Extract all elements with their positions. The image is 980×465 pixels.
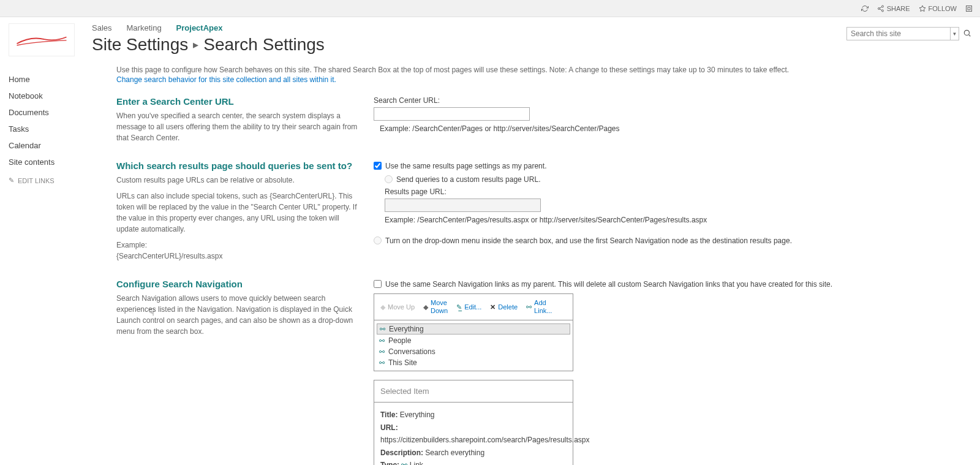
move-down-button[interactable]: ◆Move Down bbox=[420, 297, 451, 317]
sel-type-label: Type: bbox=[380, 461, 399, 465]
section3-desc: Search Navigation allows users to move q… bbox=[116, 293, 361, 337]
svg-line-4 bbox=[880, 7, 882, 8]
nav-editor: ◆Move Up ◆Move Down ✎̲Edit... ✕Delete ⚯A… bbox=[374, 293, 573, 371]
close-icon: ✕ bbox=[490, 303, 496, 311]
section2-desc1: Custom results page URLs can be relative… bbox=[116, 175, 361, 186]
link-icon: ⚯ bbox=[379, 359, 385, 367]
page-heading: Search Settings bbox=[203, 35, 325, 55]
share-button[interactable]: SHARE bbox=[877, 5, 910, 12]
site-search-box: ▼ bbox=[846, 27, 971, 40]
nav-item-conversations[interactable]: ⚯Conversations bbox=[374, 346, 573, 357]
arrow-up-icon: ◆ bbox=[380, 303, 385, 311]
top-nav: Sales Marketing ProjectApex bbox=[92, 23, 971, 32]
add-link-button[interactable]: ⚯Add Link... bbox=[522, 297, 556, 317]
search-center-url-input[interactable] bbox=[374, 107, 530, 121]
search-center-example: Example: /SearchCenter/Pages or http://s… bbox=[380, 124, 913, 133]
sel-desc-label: Description: bbox=[380, 448, 423, 457]
search-icon[interactable] bbox=[963, 29, 971, 39]
section3-heading: Configure Search Navigation bbox=[116, 279, 361, 289]
results-page-example: Example: /SearchCenter/Pages/results.asp… bbox=[385, 216, 913, 224]
intro-text: Use this page to configure how Search be… bbox=[116, 66, 913, 74]
edit-icon: ✎̲ bbox=[456, 303, 462, 311]
nav-list: ⚯Everything ⚯People ⚯Conversations ⚯This… bbox=[374, 320, 573, 371]
svg-point-0 bbox=[881, 6, 883, 7]
follow-label: FOLLOW bbox=[929, 5, 957, 12]
custom-results-radio[interactable] bbox=[385, 175, 393, 183]
quick-launch: Home Notebook Documents Tasks Calendar S… bbox=[9, 71, 85, 184]
breadcrumb-separator-icon: ▸ bbox=[193, 38, 198, 51]
section1-desc: When you've specified a search center, t… bbox=[116, 110, 361, 143]
nav-tasks[interactable]: Tasks bbox=[9, 121, 85, 137]
pencil-icon: ✎ bbox=[9, 176, 14, 184]
nav-site-contents[interactable]: Site contents bbox=[9, 154, 85, 170]
section2-heading: Which search results page should queries… bbox=[116, 161, 361, 171]
svg-line-9 bbox=[969, 34, 971, 36]
ribbon-bar: SHARE FOLLOW bbox=[0, 0, 980, 17]
delete-button[interactable]: ✕Delete bbox=[486, 297, 521, 317]
sel-type-value: Link bbox=[410, 461, 423, 465]
site-logo[interactable] bbox=[9, 23, 75, 56]
use-parent-results-checkbox[interactable] bbox=[374, 162, 382, 170]
svg-point-2 bbox=[881, 10, 883, 12]
link-icon: ⚯ bbox=[401, 461, 407, 465]
svg-marker-5 bbox=[919, 6, 925, 12]
link-icon: ⚯ bbox=[379, 337, 385, 345]
left-column: Home Notebook Documents Tasks Calendar S… bbox=[9, 23, 85, 465]
sel-desc-value: Search everything bbox=[425, 448, 484, 457]
sel-url-value: https://citizenbuilders.sharepoint.com/s… bbox=[380, 436, 590, 444]
sel-title-label: Title: bbox=[380, 410, 398, 419]
nav-toolbar: ◆Move Up ◆Move Down ✎̲Edit... ✕Delete ⚯A… bbox=[374, 294, 573, 320]
link-icon: ⚯ bbox=[379, 348, 385, 356]
selected-item-panel: Selected Item Title: Everything URL:http… bbox=[374, 380, 573, 465]
edit-links-label: EDIT LINKS bbox=[18, 177, 55, 184]
nav-notebook[interactable]: Notebook bbox=[9, 88, 85, 104]
nav-item-people[interactable]: ⚯People bbox=[374, 335, 573, 346]
results-page-url-input bbox=[385, 198, 541, 212]
nav-item-everything[interactable]: ⚯Everything bbox=[377, 323, 570, 335]
nav-documents[interactable]: Documents bbox=[9, 104, 85, 121]
use-parent-nav-checkbox[interactable] bbox=[374, 280, 382, 288]
page-title: Site Settings ▸ Search Settings bbox=[92, 35, 971, 55]
section1-heading: Enter a Search Center URL bbox=[116, 96, 361, 107]
share-label: SHARE bbox=[887, 5, 910, 12]
custom-results-label: Send queries to a custom results page UR… bbox=[396, 174, 540, 185]
svg-line-3 bbox=[880, 9, 882, 10]
edit-button[interactable]: ✎̲Edit... bbox=[453, 297, 485, 317]
svg-point-8 bbox=[964, 30, 969, 35]
sel-url-label: URL: bbox=[380, 423, 398, 432]
nav-home[interactable]: Home bbox=[9, 71, 85, 88]
link-icon: ⚯ bbox=[380, 325, 385, 333]
search-input[interactable] bbox=[846, 27, 951, 40]
sync-icon[interactable] bbox=[861, 5, 869, 12]
dropdown-radio[interactable] bbox=[374, 236, 382, 244]
nav-calendar[interactable]: Calendar bbox=[9, 137, 85, 154]
svg-rect-7 bbox=[968, 7, 970, 10]
edit-links-button[interactable]: ✎ EDIT LINKS bbox=[9, 176, 85, 184]
search-scope-dropdown[interactable]: ▼ bbox=[951, 27, 959, 40]
focus-icon[interactable] bbox=[965, 5, 973, 12]
topnav-sales[interactable]: Sales bbox=[92, 23, 112, 32]
arrow-down-icon: ◆ bbox=[423, 303, 428, 311]
results-page-url-label: Results page URL: bbox=[385, 187, 913, 196]
svg-point-1 bbox=[878, 7, 880, 9]
link-icon: ⚯ bbox=[526, 303, 532, 311]
follow-button[interactable]: FOLLOW bbox=[919, 5, 957, 12]
breadcrumb-site-settings[interactable]: Site Settings bbox=[92, 35, 188, 55]
selected-item-header: Selected Item bbox=[374, 380, 573, 403]
svg-rect-6 bbox=[967, 6, 972, 11]
move-up-button: ◆Move Up bbox=[377, 297, 418, 317]
topnav-projectapex[interactable]: ProjectApex bbox=[176, 23, 223, 32]
nav-item-this-site[interactable]: ⚯This Site bbox=[374, 357, 573, 368]
section2-desc2: URLs can also include special tokens, su… bbox=[116, 191, 361, 235]
use-parent-nav-label: Use the same Search Navigation links as … bbox=[385, 279, 832, 290]
search-center-url-label: Search Center URL: bbox=[374, 96, 913, 105]
dropdown-radio-label: Turn on the drop-down menu inside the se… bbox=[385, 235, 792, 246]
change-behavior-link[interactable]: Change search behavior for this site col… bbox=[116, 75, 336, 84]
topnav-marketing[interactable]: Marketing bbox=[127, 23, 162, 32]
use-parent-results-label: Use the same results page settings as my… bbox=[385, 161, 546, 172]
main-content: Sales Marketing ProjectApex Site Setting… bbox=[85, 23, 971, 465]
sel-title-value: Everything bbox=[400, 410, 435, 419]
section2-desc3: Example:{SearchCenterURL}/results.aspx bbox=[116, 240, 361, 262]
